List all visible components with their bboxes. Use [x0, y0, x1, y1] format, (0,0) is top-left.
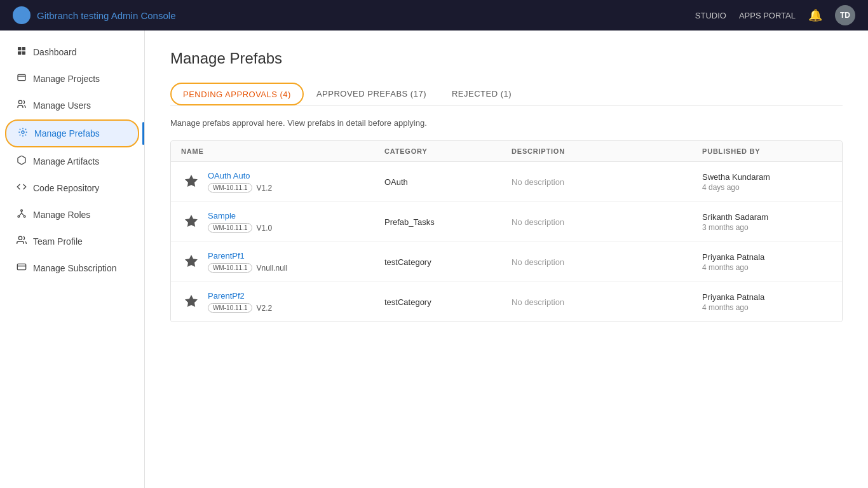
- prefab-name-link[interactable]: ParentPf2: [208, 291, 272, 301]
- publisher-name: Priyanka Patnala: [702, 252, 832, 262]
- publisher-name: Priyanka Patnala: [702, 292, 832, 302]
- sidebar-item-label: Manage Roles: [33, 210, 90, 220]
- table-row: ParentPf2WM-10.11.1V2.2testCategoryNo de…: [171, 282, 842, 322]
- prefab-name-link[interactable]: Sample: [208, 211, 272, 220]
- app-logo: [13, 6, 31, 24]
- sidebar-item-label: Manage Projects: [33, 74, 100, 84]
- svg-rect-4: [22, 51, 25, 55]
- prefab-description: No description: [512, 177, 702, 187]
- team-icon: [17, 235, 27, 248]
- main-layout: DashboardManage ProjectsManage UsersMana…: [0, 30, 868, 488]
- version-label: V1.0: [256, 224, 272, 233]
- table-row: SampleWM-10.11.1V1.0Prefab_TasksNo descr…: [171, 202, 842, 242]
- prefab-name-cell: ParentPf1WM-10.11.1Vnull.null: [181, 251, 384, 273]
- prefab-category: testCategory: [384, 257, 512, 267]
- wm-version-badge: WM-10.11.1: [208, 183, 252, 193]
- wm-version-badge: WM-10.11.1: [208, 303, 252, 313]
- table-column-header: CATEGORY: [384, 147, 512, 155]
- page-description: Manage prefabs approval here. View prefa…: [170, 118, 843, 128]
- prefab-name-info: ParentPf2WM-10.11.1V2.2: [208, 291, 272, 313]
- sidebar-item-manage-users[interactable]: Manage Users: [5, 93, 139, 118]
- version-label: V2.2: [256, 304, 272, 313]
- studio-link[interactable]: STUDIO: [695, 11, 726, 20]
- prefab-name-cell: OAuth AutoWM-10.11.1V1.2: [181, 171, 384, 193]
- prefab-published-by: Swetha Kundaram4 days ago: [702, 172, 832, 192]
- prefab-tags: WM-10.11.1Vnull.null: [208, 263, 287, 273]
- top-navigation: Gitbranch testing Admin Console STUDIO A…: [0, 0, 868, 30]
- prefab-name-cell: SampleWM-10.11.1V1.0: [181, 211, 384, 233]
- publisher-name: Swetha Kundaram: [702, 172, 832, 182]
- topnav-right: STUDIO APPS PORTAL 🔔 TD: [695, 5, 855, 25]
- projects-icon: [17, 72, 27, 85]
- sidebar-item-label: Manage Subscription: [33, 263, 117, 273]
- prefab-tags: WM-10.11.1V1.2: [208, 183, 272, 193]
- users-icon: [17, 99, 27, 112]
- prefab-name-cell: ParentPf2WM-10.11.1V2.2: [181, 291, 384, 313]
- prefab-name-link[interactable]: ParentPf1: [208, 251, 287, 261]
- publish-time: 3 months ago: [702, 223, 832, 232]
- tab-pending[interactable]: PENDING APPROVALS (4): [170, 83, 304, 105]
- svg-point-8: [21, 210, 23, 212]
- tab-approved[interactable]: APPROVED PREFABS (17): [304, 83, 439, 105]
- svg-point-11: [18, 236, 22, 240]
- svg-point-6: [18, 100, 22, 104]
- roles-icon: [17, 208, 27, 221]
- prefab-tags: WM-10.11.1V2.2: [208, 303, 272, 313]
- main-content: Manage Prefabs PENDING APPROVALS (4)APPR…: [145, 30, 868, 488]
- topnav-left: Gitbranch testing Admin Console: [13, 6, 175, 24]
- sidebar-item-manage-subscription[interactable]: Manage Subscription: [5, 255, 139, 281]
- user-avatar[interactable]: TD: [835, 5, 855, 25]
- svg-point-10: [24, 215, 25, 217]
- table-row: OAuth AutoWM-10.11.1V1.2OAuthNo descript…: [171, 162, 842, 202]
- prefab-badge-icon: [181, 172, 201, 192]
- apps-portal-link[interactable]: APPS PORTAL: [739, 11, 796, 20]
- sidebar: DashboardManage ProjectsManage UsersMana…: [0, 30, 145, 488]
- sidebar-item-manage-projects[interactable]: Manage Projects: [5, 66, 139, 92]
- tabs-bar: PENDING APPROVALS (4)APPROVED PREFABS (1…: [170, 83, 843, 105]
- prefab-name-info: SampleWM-10.11.1V1.0: [208, 211, 272, 233]
- sidebar-item-dashboard[interactable]: Dashboard: [5, 39, 139, 65]
- prefabs-icon: [18, 127, 28, 140]
- svg-rect-3: [18, 51, 21, 55]
- wm-version-badge: WM-10.11.1: [208, 263, 252, 273]
- prefab-category: testCategory: [384, 297, 512, 307]
- prefab-description: No description: [512, 297, 702, 307]
- prefab-description: No description: [512, 257, 702, 267]
- sidebar-item-code-repository[interactable]: Code Repository: [5, 175, 139, 201]
- prefabs-table: NAMECATEGORYDESCRIPTIONPUBLISHED BY OAut…: [170, 140, 843, 322]
- app-title: Gitbranch testing Admin Console: [37, 10, 175, 21]
- publish-time: 4 months ago: [702, 263, 832, 272]
- table-header: NAMECATEGORYDESCRIPTIONPUBLISHED BY: [171, 141, 842, 162]
- prefab-tags: WM-10.11.1V1.0: [208, 223, 272, 233]
- svg-rect-2: [22, 47, 25, 50]
- svg-rect-1: [18, 47, 21, 50]
- sidebar-item-label: Team Profile: [33, 236, 83, 247]
- code-icon: [17, 182, 27, 194]
- prefab-description: No description: [512, 217, 702, 227]
- prefab-category: OAuth: [384, 177, 512, 187]
- sidebar-item-manage-roles[interactable]: Manage Roles: [5, 202, 139, 227]
- publish-time: 4 days ago: [702, 183, 832, 192]
- prefab-name-info: OAuth AutoWM-10.11.1V1.2: [208, 171, 272, 193]
- sidebar-item-label: Manage Artifacts: [33, 156, 99, 166]
- tab-rejected[interactable]: REJECTED (1): [439, 83, 524, 105]
- notification-icon[interactable]: 🔔: [808, 8, 822, 22]
- subscription-icon: [17, 262, 27, 274]
- wm-version-badge: WM-10.11.1: [208, 223, 252, 233]
- sidebar-item-label: Manage Users: [33, 100, 91, 111]
- table-body: OAuth AutoWM-10.11.1V1.2OAuthNo descript…: [171, 162, 842, 322]
- table-column-header: NAME: [181, 147, 384, 155]
- table-row: ParentPf1WM-10.11.1Vnull.nulltestCategor…: [171, 242, 842, 282]
- page-title: Manage Prefabs: [170, 50, 843, 67]
- version-label: V1.2: [256, 184, 272, 193]
- sidebar-item-manage-prefabs[interactable]: Manage Prefabs: [5, 119, 139, 147]
- prefab-name-link[interactable]: OAuth Auto: [208, 171, 272, 180]
- active-indicator: [142, 122, 144, 145]
- sidebar-item-manage-artifacts[interactable]: Manage Artifacts: [5, 149, 139, 174]
- table-column-header: DESCRIPTION: [512, 147, 702, 155]
- svg-point-7: [22, 131, 24, 133]
- prefab-badge-icon: [181, 292, 201, 312]
- sidebar-item-label: Code Repository: [33, 183, 99, 193]
- sidebar-item-team-profile[interactable]: Team Profile: [5, 229, 139, 254]
- publish-time: 4 months ago: [702, 303, 832, 312]
